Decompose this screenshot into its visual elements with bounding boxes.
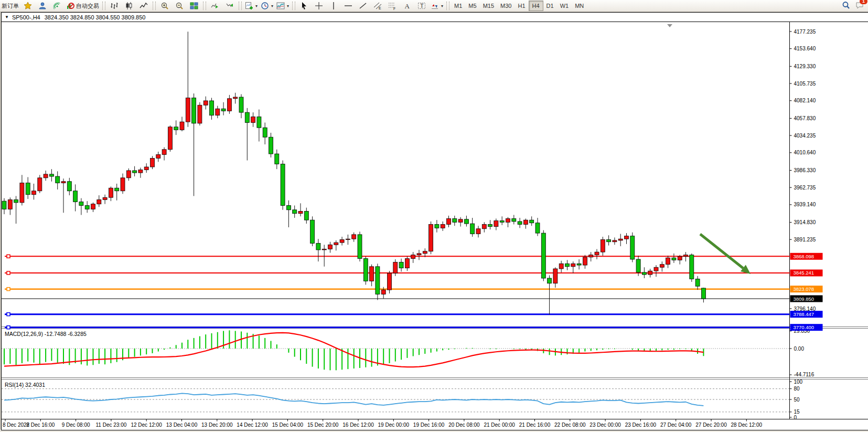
level-anchor[interactable] xyxy=(7,271,10,275)
collapse-icon[interactable]: ▼ xyxy=(5,15,9,19)
timeframe-mn-button[interactable]: MN xyxy=(572,1,587,10)
bar-chart-button[interactable] xyxy=(107,0,122,12)
text-label-button[interactable]: T xyxy=(414,0,429,12)
price-badge-label: 3788.447 xyxy=(794,311,815,317)
candle-body xyxy=(151,158,155,167)
timeframe-m5-button[interactable]: M5 xyxy=(465,1,479,10)
candle-body xyxy=(156,154,160,158)
trend-arrow[interactable] xyxy=(700,234,751,274)
template-dropdown-icon[interactable]: ▾ xyxy=(287,4,289,8)
candle-body xyxy=(701,288,705,299)
chart-shift-button[interactable] xyxy=(222,0,237,12)
crosshair-button[interactable] xyxy=(312,0,326,12)
auto-trading-button[interactable]: 自动交易 xyxy=(65,0,101,12)
time-axis[interactable]: 8 Dec 20228 Dec 16:009 Dec 08:0011 Dec 2… xyxy=(3,419,762,428)
level-anchor[interactable] xyxy=(7,326,10,329)
profile-button[interactable] xyxy=(35,0,50,12)
candle-body xyxy=(500,221,504,223)
candle-body xyxy=(293,210,297,214)
level-anchor[interactable] xyxy=(7,313,10,316)
candle-body xyxy=(660,265,664,268)
line-chart-button[interactable] xyxy=(136,0,151,12)
cursor-button[interactable] xyxy=(297,0,312,12)
candle-body xyxy=(275,154,279,164)
macd-tick-label: 0.00 xyxy=(794,346,805,352)
signals-button[interactable] xyxy=(50,0,65,12)
toolbar-group-handle xyxy=(292,2,295,10)
candle xyxy=(506,217,510,227)
chat-button[interactable]: 1 xyxy=(855,1,864,10)
timeframe-m15-button[interactable]: M15 xyxy=(480,1,497,10)
text-button[interactable]: A xyxy=(400,0,414,12)
arrows-button[interactable]: ▾ xyxy=(429,0,445,12)
candle xyxy=(115,184,119,201)
time-tick-label: 21 Dec 16:00 xyxy=(519,422,551,428)
timeframe-w1-button[interactable]: W1 xyxy=(557,1,572,10)
candle-body xyxy=(684,255,688,257)
candle xyxy=(589,252,593,261)
candlestick-chart-button[interactable] xyxy=(122,0,136,12)
new-chart-dropdown-icon[interactable]: ▾ xyxy=(255,4,258,8)
level-anchor[interactable] xyxy=(7,288,10,291)
candle xyxy=(269,133,273,157)
equidistant-channel-button[interactable]: E xyxy=(370,0,385,12)
chart-title-bar: ▼ SP500-,H4 3824.350 3824.850 3804.550 3… xyxy=(2,13,868,22)
chart-shift-marker[interactable] xyxy=(667,24,672,27)
horizontal-line-button[interactable] xyxy=(341,0,356,12)
macd-pane: 29.8360.00-44.7116MACD(12,26,9) -12.7488… xyxy=(2,328,815,377)
candle-body xyxy=(417,254,421,255)
price-tick-label: 4034.235 xyxy=(794,133,816,139)
crosshair-icon xyxy=(315,2,323,10)
tile-windows-icon xyxy=(190,2,198,10)
timeframe-d1-button[interactable]: D1 xyxy=(543,1,557,10)
equidistant-channel-icon: E xyxy=(373,2,382,10)
chart-window[interactable]: ▼ SP500-,H4 3824.350 3824.850 3804.550 3… xyxy=(1,12,868,430)
auto-scroll-button[interactable] xyxy=(208,0,222,12)
candle xyxy=(411,252,415,263)
time-tick-label: 8 Dec 2022 xyxy=(3,422,30,428)
zoom-out-button[interactable] xyxy=(172,0,187,12)
zoom-in-button[interactable] xyxy=(157,0,172,12)
timeframe-h4-button[interactable]: H4 xyxy=(529,1,543,11)
market-watch-button[interactable] xyxy=(20,0,35,12)
template-button[interactable]: ▾ xyxy=(275,0,291,12)
price-tick-label: 3962.735 xyxy=(794,185,816,191)
period-button[interactable]: ▾ xyxy=(259,0,275,12)
new-order-button[interactable]: 新订单 xyxy=(0,0,20,12)
candle-body xyxy=(346,239,350,239)
bar-chart-icon xyxy=(110,2,119,10)
candle-body xyxy=(32,191,36,195)
candle xyxy=(660,261,664,271)
level-anchor[interactable] xyxy=(7,255,10,258)
candle-body xyxy=(67,182,71,191)
candle-body xyxy=(548,278,552,283)
chart-canvas[interactable]: 4177.2354153.6404129.3304105.7354082.140… xyxy=(2,22,868,431)
candle-body xyxy=(613,240,617,242)
tile-windows-button[interactable] xyxy=(187,0,201,12)
candle xyxy=(429,222,433,254)
candle-body xyxy=(678,256,682,260)
candle xyxy=(20,175,24,205)
period-dropdown-icon[interactable]: ▾ xyxy=(271,4,273,8)
candle xyxy=(180,117,184,131)
chart-shift-icon xyxy=(226,2,234,10)
vertical-line-button[interactable] xyxy=(326,0,341,12)
candle-body xyxy=(393,262,398,273)
arrows-dropdown-icon[interactable]: ▾ xyxy=(441,4,443,8)
svg-text:F: F xyxy=(393,7,395,10)
price-axis[interactable]: 4177.2354153.6404129.3304105.7354082.140… xyxy=(790,29,816,312)
vertical-line-icon xyxy=(329,2,338,10)
timeframe-m30-button[interactable]: M30 xyxy=(497,1,515,10)
search-button[interactable] xyxy=(842,1,850,10)
timeframe-m1-button[interactable]: M1 xyxy=(451,1,465,10)
candle xyxy=(559,261,563,272)
price-tick-label: 4153.640 xyxy=(794,46,816,51)
candle-body xyxy=(458,219,463,223)
timeframe-h1-button[interactable]: H1 xyxy=(515,1,528,10)
time-tick-label: 9 Dec 08:00 xyxy=(62,422,90,428)
fibonacci-button[interactable]: F xyxy=(385,0,400,12)
candle xyxy=(322,245,326,267)
time-tick-label: 16 Dec 12:00 xyxy=(342,422,374,428)
trendline-button[interactable] xyxy=(356,0,370,12)
new-chart-button[interactable]: ▾ xyxy=(243,0,259,12)
